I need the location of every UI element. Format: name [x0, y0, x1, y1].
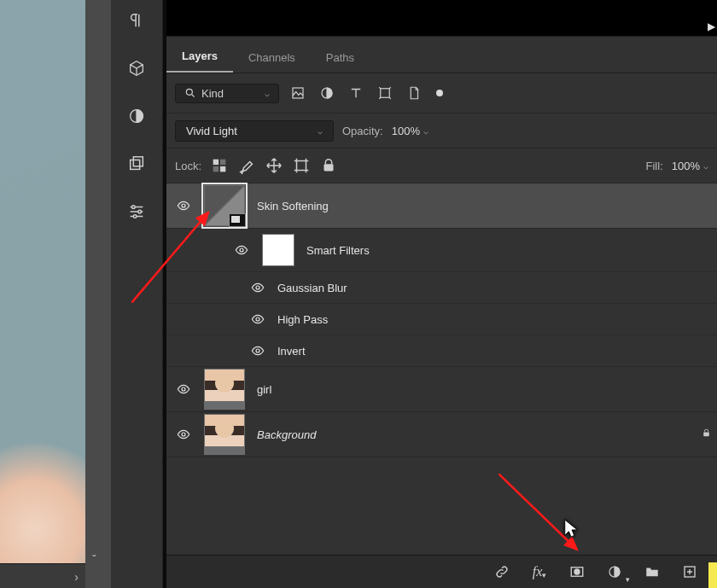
filter-kind-dropdown[interactable]: Kind ⌵: [175, 84, 279, 103]
lock-move-icon[interactable]: [265, 156, 283, 175]
blend-mode-dropdown[interactable]: Vivid Light ⌵: [175, 120, 334, 142]
svg-point-22: [182, 433, 185, 436]
layers-list: Skin Softening Smart Filters Gaussian Bl…: [166, 183, 717, 457]
tab-layers[interactable]: Layers: [166, 41, 233, 73]
filter-name: Gaussian Blur: [277, 282, 347, 294]
svg-rect-15: [324, 164, 334, 171]
layer-name[interactable]: Skin Softening: [257, 200, 329, 212]
annotation-arrow: [131, 209, 212, 303]
visibility-toggle[interactable]: [233, 243, 250, 257]
filter-smart-icon[interactable]: [404, 83, 424, 103]
layer-girl[interactable]: girl: [166, 367, 717, 412]
visibility-toggle[interactable]: [250, 312, 265, 326]
new-layer-icon[interactable]: [679, 562, 700, 582]
layer-thumbnail[interactable]: [204, 369, 245, 410]
svg-point-17: [240, 248, 243, 252]
mouse-cursor-icon: [563, 518, 581, 543]
filter-shape-icon[interactable]: [375, 83, 395, 103]
filter-pixel-icon[interactable]: [288, 83, 308, 103]
filter-gaussian-blur[interactable]: Gaussian Blur: [166, 272, 717, 304]
filter-invert[interactable]: Invert: [166, 335, 717, 367]
opacity-label: Opacity:: [342, 125, 383, 137]
canvas-expand-icon[interactable]: ›: [74, 570, 85, 584]
layers-panel: Layers Channels Paths Kind ⌵ Vivid Light…: [166, 36, 717, 588]
chevron-down-icon: ⌵: [703, 161, 708, 171]
panel-tabs: Layers Channels Paths: [166, 37, 717, 73]
visibility-toggle[interactable]: [175, 382, 192, 396]
svg-rect-9: [381, 89, 390, 98]
canvas-status-bar: ›: [0, 563, 86, 588]
scroll-collapse-icon[interactable]: ˇ: [92, 553, 96, 567]
chevron-down-icon: ⌵: [423, 126, 428, 136]
smart-filters-row[interactable]: Smart Filters: [166, 229, 717, 272]
svg-rect-14: [297, 161, 306, 171]
svg-point-6: [186, 89, 192, 95]
lock-transparency-icon[interactable]: [210, 156, 229, 175]
svg-point-25: [574, 569, 580, 574]
chevron-down-icon: ⌵: [265, 89, 270, 98]
layer-style-fx-icon[interactable]: fx▾: [529, 562, 550, 582]
filter-type-icon[interactable]: [346, 83, 366, 103]
layer-thumbnail[interactable]: [204, 414, 245, 455]
svg-point-20: [256, 349, 259, 352]
document-canvas[interactable]: [0, 0, 86, 563]
fill-input[interactable]: 100% ⌵: [672, 160, 708, 172]
play-icon[interactable]: ▶: [708, 20, 715, 32]
smart-object-badge-icon: [229, 213, 246, 227]
svg-point-18: [256, 286, 259, 289]
lock-row: Lock: Fill: 100% ⌵: [166, 148, 717, 183]
paragraph-icon[interactable]: [125, 9, 149, 32]
layers-panel-footer: fx▾ ▾: [166, 555, 717, 588]
tab-paths[interactable]: Paths: [311, 43, 370, 73]
svg-rect-23: [703, 432, 709, 436]
svg-point-19: [256, 317, 259, 321]
svg-point-16: [182, 204, 185, 207]
canvas-content: [0, 444, 86, 563]
filter-toggle-switch[interactable]: [436, 90, 443, 96]
layer-background[interactable]: Background: [166, 412, 717, 457]
filter-high-pass[interactable]: High Pass: [166, 304, 717, 335]
svg-rect-11: [220, 160, 225, 165]
new-adjustment-icon[interactable]: ▾: [604, 562, 625, 582]
filter-kind-label: Kind: [201, 87, 224, 100]
lock-all-icon[interactable]: [319, 156, 338, 175]
chevron-down-icon: ⌵: [318, 126, 323, 136]
visibility-toggle[interactable]: [250, 344, 265, 358]
filter-name: High Pass: [277, 313, 328, 326]
filter-mask-thumbnail[interactable]: [262, 234, 294, 266]
search-icon: [184, 87, 196, 99]
lock-icon[interactable]: [701, 428, 712, 441]
artboards-icon[interactable]: [125, 152, 149, 176]
contrast-circle-icon[interactable]: [125, 104, 149, 128]
3d-cube-icon[interactable]: [125, 56, 149, 80]
filter-adjustment-icon[interactable]: [317, 83, 337, 103]
svg-rect-13: [220, 166, 225, 172]
lock-brush-icon[interactable]: [237, 156, 256, 175]
svg-rect-1: [131, 160, 140, 169]
opacity-value: 100%: [392, 125, 420, 137]
blend-row: Vivid Light ⌵ Opacity: 100% ⌵: [166, 114, 717, 148]
svg-rect-10: [213, 160, 219, 165]
layer-name[interactable]: Background: [257, 428, 316, 441]
add-mask-icon[interactable]: [567, 562, 587, 582]
svg-point-21: [182, 387, 185, 391]
layer-filter-bar: Kind ⌵: [166, 73, 717, 114]
layer-name[interactable]: girl: [257, 383, 271, 396]
lock-artboard-icon[interactable]: [292, 156, 311, 175]
document-scrollbar[interactable]: [85, 0, 112, 588]
link-layers-icon[interactable]: [492, 562, 512, 582]
svg-rect-2: [133, 157, 143, 166]
new-group-icon[interactable]: [642, 562, 662, 582]
layer-skin-softening[interactable]: Skin Softening: [166, 183, 717, 229]
opacity-input[interactable]: 100% ⌵: [392, 125, 428, 137]
tab-channels[interactable]: Channels: [233, 43, 311, 73]
visibility-toggle[interactable]: [250, 281, 265, 294]
svg-line-28: [131, 212, 208, 303]
fill-label: Fill:: [646, 160, 663, 172]
lock-label: Lock:: [175, 160, 201, 172]
svg-rect-12: [213, 166, 219, 172]
visibility-toggle[interactable]: [175, 428, 192, 441]
highlight-marker: [708, 562, 717, 588]
svg-point-3: [132, 206, 136, 209]
blend-mode-value: Vivid Light: [186, 125, 237, 137]
